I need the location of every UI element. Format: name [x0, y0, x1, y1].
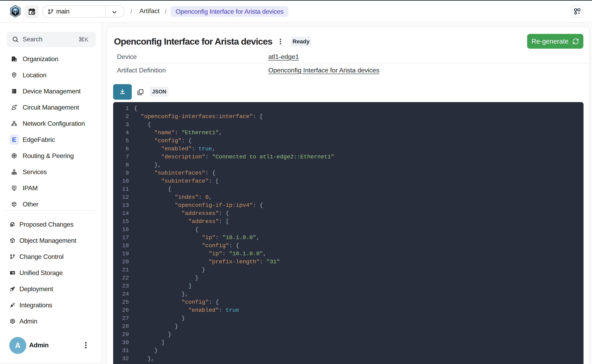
- svg-text:IP: IP: [13, 186, 15, 189]
